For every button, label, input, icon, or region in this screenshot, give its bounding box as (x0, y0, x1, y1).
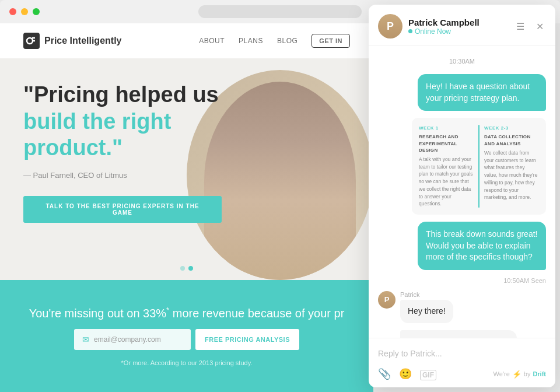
cta-email-input[interactable]: ✉ email@company.com (74, 329, 191, 350)
site-logo: Price Intelligently (23, 33, 121, 49)
chat-input-area: Reply to Patrick... 📎 🙂 GIF We're ⚡ by D… (369, 338, 555, 387)
dot-2[interactable] (188, 266, 193, 271)
address-bar[interactable] (198, 5, 362, 18)
card-col2-subheader: DATA COLLECTION AND ANALYSIS (484, 134, 539, 146)
chat-user-details: Patrick Campbell Online Now (408, 18, 480, 36)
avatar-face: P (378, 14, 402, 38)
bottom-cta-text: You're missing out on 33%* more revenue … (29, 306, 345, 320)
logo-icon (23, 33, 40, 49)
emoji-icon: 🙂 (399, 368, 412, 380)
message-user-2: This break down sounds great! Would you … (418, 222, 546, 270)
status-dot (408, 29, 412, 33)
nav-about[interactable]: ABOUT (199, 37, 225, 45)
cta-analysis-button[interactable]: FREE PRICING ANALYSIS (195, 329, 299, 350)
card-col2-header: Week 2-3 (484, 125, 539, 131)
card-col1-header: Week 1 (419, 125, 474, 131)
message-user-1: Hey! I have a question about your pricin… (418, 74, 546, 111)
traffic-light-red[interactable] (9, 8, 16, 15)
drift-name: Drift (533, 370, 546, 377)
traffic-light-green[interactable] (33, 8, 40, 15)
gif-button[interactable]: GIF (420, 368, 436, 380)
message-agent-1: Hey there! (400, 300, 453, 323)
lightning-icon: ⚡ (512, 370, 522, 379)
cta-form: ✉ email@company.com FREE PRICING ANALYSI… (74, 329, 299, 350)
card-col-2: Week 2-3 DATA COLLECTION AND ANALYSIS We… (484, 125, 539, 208)
chat-toolbar: 📎 🙂 GIF We're ⚡ by Drift (378, 368, 546, 380)
menu-icon: ☰ (516, 22, 524, 32)
attachment-icon: 📎 (378, 368, 391, 380)
chat-user-name: Patrick Campbell (408, 18, 480, 27)
nav-cta[interactable]: GET IN (312, 34, 350, 48)
agent-message-row: P Patrick Hey there! (378, 291, 546, 323)
card-row: Week 1 RESEARCH AND EXPERIMENTAL DESIGN … (419, 125, 539, 208)
svg-point-0 (27, 38, 33, 44)
chat-user-status: Online Now (408, 27, 480, 36)
message-agent-2: Absolutely. Let's start off with Week 1 … (400, 330, 517, 338)
traffic-light-yellow[interactable] (21, 8, 28, 15)
bottom-disclaimer: *Or more. According to our 2013 pricing … (121, 359, 253, 366)
person-silhouette (204, 82, 356, 280)
card-col1-body: A talk with you and your team to tailor … (419, 156, 474, 208)
card-col-1: Week 1 RESEARCH AND EXPERIMENTAL DESIGN … (419, 125, 474, 208)
chat-header-actions: ☰ ✕ (514, 19, 546, 34)
drift-branding: We're ⚡ by Drift (494, 370, 546, 379)
carousel-dots (180, 266, 193, 271)
hero-quote-highlight: build the right product." (23, 109, 171, 160)
chat-close-button[interactable]: ✕ (534, 19, 546, 34)
hero-section: "Pricing helped us build the right produ… (0, 58, 373, 280)
card-divider (478, 125, 480, 208)
chat-header: P Patrick Campbell Online Now ☰ ✕ (369, 5, 555, 46)
timestamp-1030: 10:30AM (378, 58, 546, 65)
chat-tools: 📎 🙂 GIF (378, 368, 436, 380)
card-col1-subheader: RESEARCH AND EXPERIMENTAL DESIGN (419, 134, 474, 153)
chat-messages[interactable]: 10:30AM Hey! I have a question about you… (369, 46, 555, 338)
chat-menu-button[interactable]: ☰ (514, 19, 527, 34)
chat-user-info: P Patrick Campbell Online Now (378, 14, 480, 38)
attachment-button[interactable]: 📎 (378, 368, 391, 380)
dot-1[interactable] (180, 266, 185, 271)
hero-text: "Pricing helped us build the right produ… (23, 82, 222, 223)
nav-links: ABOUT PLANS BLOG GET IN (199, 34, 350, 48)
card-col2-body: We collect data from your customers to l… (484, 149, 539, 201)
drift-by: by (524, 370, 531, 377)
logo-text: Price Intelligently (44, 36, 121, 46)
chat-reply-input[interactable]: Reply to Patrick... (378, 345, 546, 362)
site-nav: Price Intelligently ABOUT PLANS BLOG GET… (0, 23, 373, 58)
nav-plans[interactable]: PLANS (239, 37, 263, 45)
website-area: Price Intelligently ABOUT PLANS BLOG GET… (0, 23, 373, 392)
email-placeholder: email@company.com (94, 335, 161, 344)
hero-quote: "Pricing helped us build the right produ… (23, 82, 222, 162)
agent-name-label: Patrick (400, 291, 453, 298)
avatar: P (378, 14, 402, 38)
nav-blog[interactable]: BLOG (277, 37, 298, 45)
gif-icon: GIF (420, 370, 436, 380)
agent-messages: Patrick Hey there! (400, 291, 453, 323)
close-icon: ✕ (536, 22, 544, 32)
message-card: Week 1 RESEARCH AND EXPERIMENTAL DESIGN … (412, 118, 546, 215)
agent-avatar: P (378, 291, 396, 309)
agent-message-continued: Absolutely. Let's start off with Week 1 … (400, 330, 546, 338)
message-seen: 10:50AM Seen (503, 277, 546, 284)
emoji-button[interactable]: 🙂 (399, 368, 412, 380)
chat-widget: P Patrick Campbell Online Now ☰ ✕ 10:30A… (369, 5, 555, 387)
hero-cta-button[interactable]: TALK TO THE BEST PRICING EXPERTS IN THE … (23, 196, 222, 223)
bottom-cta-section: You're missing out on 33%* more revenue … (0, 280, 373, 392)
drift-label: We're (494, 370, 510, 377)
hero-attribution: — Paul Farnell, CEO of Litmus (23, 171, 222, 180)
